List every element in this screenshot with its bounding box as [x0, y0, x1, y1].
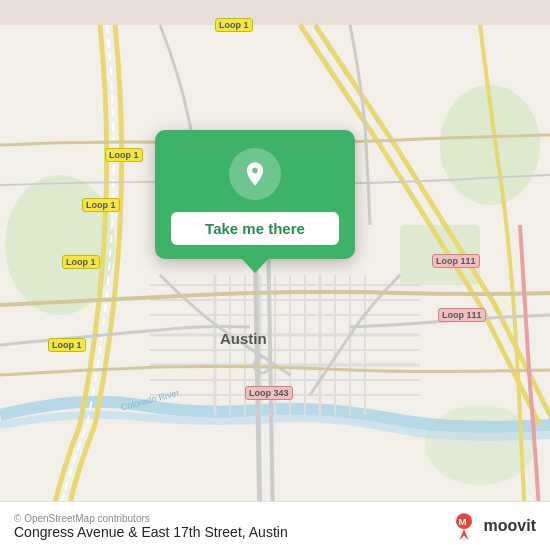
loop1-label-mid2: Loop 1	[82, 198, 120, 212]
loop1-label-top: Loop 1	[215, 18, 253, 32]
map-container: Loop 1 Loop 1 Loop 1 Loop 1 Loop 1 Loop …	[0, 0, 550, 550]
loop111-label-top: Loop 111	[432, 254, 480, 268]
moovit-icon: M	[448, 510, 480, 542]
loop1-label-bot: Loop 1	[48, 338, 86, 352]
location-pin-icon	[241, 160, 269, 188]
svg-text:M: M	[458, 516, 466, 527]
bottom-left: © OpenStreetMap contributors Congress Av…	[14, 513, 288, 540]
loop111-label-mid: Loop 111	[438, 308, 486, 322]
take-me-there-button[interactable]: Take me there	[171, 212, 339, 245]
loop1-label-mid1: Loop 1	[105, 148, 143, 162]
bottom-bar: © OpenStreetMap contributors Congress Av…	[0, 501, 550, 550]
loop343-label: Loop 343	[245, 386, 293, 400]
city-label: Austin	[220, 330, 267, 347]
copyright-text: © OpenStreetMap contributors	[14, 513, 288, 524]
map-svg	[0, 0, 550, 550]
popup-card: Take me there	[155, 130, 355, 259]
moovit-logo: M moovit	[448, 510, 536, 542]
location-icon-wrap	[229, 148, 281, 200]
loop1-label-mid3: Loop 1	[62, 255, 100, 269]
moovit-text: moovit	[484, 517, 536, 535]
address-text: Congress Avenue & East 17th Street, Aust…	[14, 524, 288, 540]
